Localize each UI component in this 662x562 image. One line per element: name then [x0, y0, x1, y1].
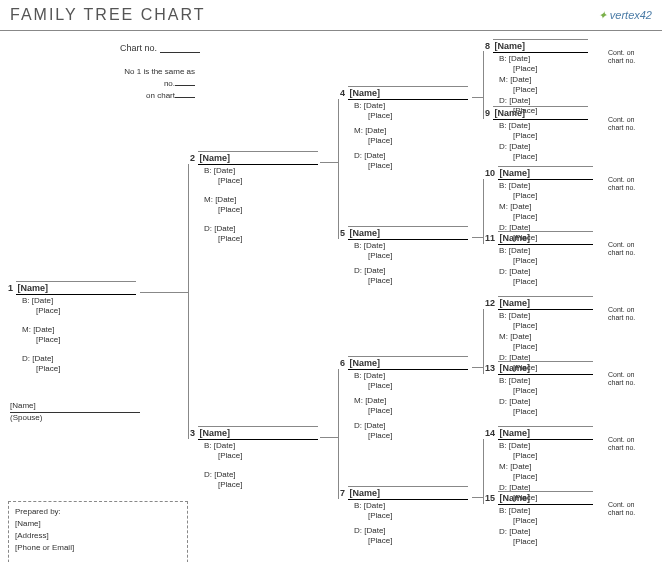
conn-6-to-1213 [472, 367, 483, 368]
person-5: 5 [Name] B: [Date] [Place] D: [Date] [Pl… [340, 226, 480, 287]
cont-13[interactable]: Cont. on chart no. [608, 371, 648, 386]
cont-12[interactable]: Cont. on chart no. [608, 306, 648, 321]
prep-label: Prepared by: [15, 506, 181, 518]
conn-gen3-bot [338, 369, 339, 499]
chart-area: Chart no. No 1 is the same as no. on cha… [0, 31, 662, 551]
person-7-fields: B: [Date] [Place] D: [Date] [Place] [340, 501, 480, 547]
person-9-num: 9 [485, 108, 490, 118]
person-7: 7 [Name] B: [Date] [Place] D: [Date] [Pl… [340, 486, 480, 547]
conn-gen4-c [483, 309, 484, 374]
person-13: 13 [Name] B: [Date] [Place] D: [Date] [P… [485, 361, 605, 418]
person-4: 4 [Name] B: [Date] [Place] M: [Date] [Pl… [340, 86, 480, 171]
person-2-num: 2 [190, 153, 195, 163]
person-11-name[interactable]: [Name] [498, 231, 593, 245]
prep-name[interactable]: [Name] [15, 518, 181, 530]
instr-no-field[interactable] [175, 85, 195, 86]
person-7-num: 7 [340, 488, 345, 498]
conn-gen4-b [483, 179, 484, 244]
spouse-name[interactable]: [Name] [10, 401, 140, 413]
person-7-name[interactable]: [Name] [348, 486, 468, 500]
conn-gen4-d [483, 439, 484, 504]
person-1-num: 1 [8, 283, 13, 293]
person-6: 6 [Name] B: [Date] [Place] M: [Date] [Pl… [340, 356, 480, 441]
person-1-fields: B: [Date] [Place] M: [Date] [Place] D: [… [8, 296, 148, 374]
person-4-name[interactable]: [Name] [348, 86, 468, 100]
person-5-fields: B: [Date] [Place] D: [Date] [Place] [340, 241, 480, 287]
logo: vertex42 [598, 9, 652, 22]
person-5-num: 5 [340, 228, 345, 238]
cont-15[interactable]: Cont. on chart no. [608, 501, 648, 516]
person-8-name[interactable]: [Name] [493, 39, 588, 53]
person-6-name[interactable]: [Name] [348, 356, 468, 370]
person-13-fields: B: [Date] [Place] D: [Date] [Place] [485, 376, 605, 418]
prep-phone[interactable]: [Phone or Email] [15, 542, 181, 554]
conn-5-to-1011 [472, 237, 483, 238]
instructions: No 1 is the same as no. on chart [110, 66, 195, 102]
cont-14[interactable]: Cont. on chart no. [608, 436, 648, 451]
person-9-fields: B: [Date] [Place] D: [Date] [Place] [485, 121, 605, 163]
cont-10[interactable]: Cont. on chart no. [608, 176, 648, 191]
cont-9[interactable]: Cont. on chart no. [608, 116, 648, 131]
conn-2-to-45 [320, 162, 338, 163]
person-14-num: 14 [485, 428, 495, 438]
person-12-name[interactable]: [Name] [498, 296, 593, 310]
person-1: 1 [Name] B: [Date] [Place] M: [Date] [Pl… [8, 281, 148, 374]
person-11: 11 [Name] B: [Date] [Place] D: [Date] [P… [485, 231, 605, 288]
person-6-fields: B: [Date] [Place] M: [Date] [Place] D: [… [340, 371, 480, 441]
header: FAMILY TREE CHART vertex42 [0, 0, 662, 31]
prep-addr[interactable]: [Address] [15, 530, 181, 542]
person-5-name[interactable]: [Name] [348, 226, 468, 240]
conn-gen2 [188, 164, 189, 439]
person-15-num: 15 [485, 493, 495, 503]
person-13-name[interactable]: [Name] [498, 361, 593, 375]
person-11-num: 11 [485, 233, 495, 243]
prepared-by-box: Prepared by: [Name] [Address] [Phone or … [8, 501, 188, 562]
person-13-num: 13 [485, 363, 495, 373]
conn-1-to-23 [140, 292, 188, 293]
conn-7-to-1415 [472, 497, 483, 498]
instr-line3: on chart [146, 91, 175, 100]
instr-line1: No 1 is the same as [110, 66, 195, 78]
chart-no-label: Chart no. [120, 43, 157, 53]
instr-line2: no. [164, 79, 175, 88]
cont-8[interactable]: Cont. on chart no. [608, 49, 648, 64]
person-8-num: 8 [485, 41, 490, 51]
person-8: 8 [Name] B: [Date] [Place] M: [Date] [Pl… [485, 39, 605, 116]
person-9-name[interactable]: [Name] [493, 106, 588, 120]
chart-no-field[interactable] [160, 52, 200, 53]
person-2-fields: B: [Date] [Place] M: [Date] [Place] D: [… [190, 166, 330, 244]
conn-3-to-67 [320, 437, 338, 438]
person-3-fields: B: [Date] [Place] D: [Date] [Place] [190, 441, 330, 491]
conn-4-to-89 [472, 97, 483, 98]
person-11-fields: B: [Date] [Place] D: [Date] [Place] [485, 246, 605, 288]
person-3: 3 [Name] B: [Date] [Place] D: [Date] [Pl… [190, 426, 330, 491]
person-10-name[interactable]: [Name] [498, 166, 593, 180]
person-2: 2 [Name] B: [Date] [Place] M: [Date] [Pl… [190, 151, 330, 244]
conn-gen4-a [483, 51, 484, 119]
person-15-name[interactable]: [Name] [498, 491, 593, 505]
person-15: 15 [Name] B: [Date] [Place] D: [Date] [P… [485, 491, 605, 548]
person-3-name[interactable]: [Name] [198, 426, 318, 440]
chart-number: Chart no. [120, 43, 200, 53]
person-10-num: 10 [485, 168, 495, 178]
person-9: 9 [Name] B: [Date] [Place] D: [Date] [Pl… [485, 106, 605, 163]
spouse-box: [Name] (Spouse) [10, 401, 140, 422]
page-title: FAMILY TREE CHART [10, 6, 206, 24]
person-14-name[interactable]: [Name] [498, 426, 593, 440]
spouse-label: (Spouse) [10, 413, 140, 422]
person-15-fields: B: [Date] [Place] D: [Date] [Place] [485, 506, 605, 548]
person-6-num: 6 [340, 358, 345, 368]
person-4-num: 4 [340, 88, 345, 98]
instr-chart-field[interactable] [175, 97, 195, 98]
cont-11[interactable]: Cont. on chart no. [608, 241, 648, 256]
person-12-num: 12 [485, 298, 495, 308]
person-2-name[interactable]: [Name] [198, 151, 318, 165]
person-4-fields: B: [Date] [Place] M: [Date] [Place] D: [… [340, 101, 480, 171]
conn-gen3-top [338, 99, 339, 239]
person-1-name[interactable]: [Name] [16, 281, 136, 295]
person-3-num: 3 [190, 428, 195, 438]
